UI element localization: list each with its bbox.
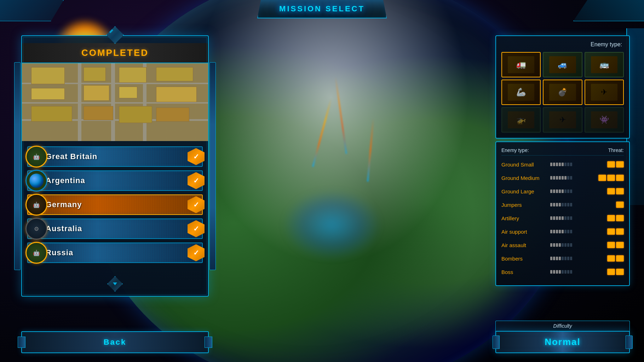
threat-box: [616, 175, 624, 181]
mission-avatar-russia: 🤖: [25, 242, 47, 264]
enemy-row-bombers: Bombers: [501, 253, 624, 264]
panel-side-right: [209, 62, 216, 270]
threat-bar-boss: [550, 270, 604, 274]
mission-item-germany[interactable]: 🤖 Germany ✓: [27, 194, 203, 215]
enemy-card-inner-2: 🚙: [549, 56, 576, 73]
back-button[interactable]: Back: [21, 331, 209, 353]
small-dots-artillery: [550, 216, 572, 220]
threat-boxes-ground-small: [607, 161, 624, 168]
mission-preview-image: [22, 63, 208, 141]
avatar-globe-icon: [29, 174, 44, 188]
mission-panel-frame: COMPLETED: [21, 35, 209, 297]
left-panel: COMPLETED: [21, 35, 209, 297]
threat-bar-air-support: [550, 230, 604, 233]
threat-box: [616, 242, 624, 248]
enemy-type-display: Enemy type: 🚛 🚙 🚌 🦾: [495, 35, 630, 139]
enemy-card-6[interactable]: ✈: [585, 80, 624, 105]
completed-text: COMPLETED: [26, 47, 204, 58]
threat-bar-air-assault: [550, 243, 604, 247]
threat-box: [607, 255, 615, 262]
back-button-container: Back: [21, 331, 209, 353]
difficulty-section: Difficulty Normal: [495, 321, 630, 353]
enemy-card-inner-1: 🚛: [508, 56, 534, 73]
mission-avatar-great-britain: 🤖: [25, 146, 47, 168]
enemy-card-8[interactable]: ✈: [543, 107, 582, 133]
enemy-row-boss: Boss: [501, 267, 624, 277]
scroll-down-button[interactable]: [22, 272, 208, 296]
enemy-type-col-label: Enemy type:: [501, 147, 529, 153]
enemy-name-air-support: Air support: [501, 229, 547, 235]
threat-box: [616, 202, 624, 208]
page-title: MISSION SELECT: [279, 4, 365, 13]
enemy-name-ground-medium: Ground Medium: [501, 175, 547, 181]
enemy-card-inner-3: 🚌: [591, 56, 617, 73]
threat-bar-bombers: [550, 257, 604, 260]
enemy-card-3[interactable]: 🚌: [585, 52, 624, 77]
preview-buildings: [22, 63, 208, 141]
enemy-name-air-assault: Air assault: [501, 242, 547, 248]
mission-item-australia[interactable]: ⚙ Australia ✓: [27, 218, 203, 239]
enemy-type-display-label: Enemy type:: [501, 41, 624, 48]
enemy-card-5[interactable]: 💣: [543, 80, 582, 105]
completed-banner: COMPLETED: [22, 43, 208, 63]
jumper-icon: 🦾: [516, 88, 526, 97]
enemy-card-inner-8: ✈: [549, 111, 576, 128]
threat-bar-jumpers: [550, 203, 613, 206]
small-dots-ground-large: [550, 189, 572, 193]
small-dots-air-assault: [550, 243, 572, 247]
threat-boxes-ground-medium: [598, 175, 624, 181]
tank-medium-icon: 🚙: [558, 60, 567, 69]
mission-bar-germany: Germany: [27, 194, 203, 215]
enemy-name-ground-small: Ground Small: [501, 162, 547, 168]
threat-box: [616, 215, 624, 221]
enemy-icon-grid: 🚛 🚙 🚌 🦾 💣: [501, 52, 624, 133]
boss-icon: 👾: [599, 115, 609, 124]
enemy-card-1[interactable]: 🚛: [501, 52, 541, 77]
avatar-icon-australia: ⚙: [34, 226, 39, 232]
mission-item-russia[interactable]: 🤖 Russia ✓: [27, 243, 203, 263]
threat-box: [607, 215, 615, 221]
enemy-name-artillery: Artillery: [501, 215, 547, 221]
mission-bar-argentina: Argentina: [27, 170, 203, 191]
threat-box: [607, 269, 615, 275]
tank-large-icon: 🚌: [599, 60, 609, 69]
mission-item-argentina[interactable]: Argentina ✓: [27, 170, 203, 191]
small-dots-bombers: [550, 257, 572, 260]
threat-boxes-artillery: [607, 215, 624, 221]
threat-box: [607, 188, 615, 194]
mission-select-bar: MISSION SELECT: [257, 0, 387, 18]
threat-box: [616, 188, 624, 194]
threat-boxes-air-support: [607, 228, 624, 235]
enemy-card-7[interactable]: 🚁: [501, 107, 541, 133]
enemy-row-ground-large: Ground Large: [501, 186, 624, 197]
threat-boxes-jumpers: [616, 202, 624, 208]
enemy-card-4[interactable]: 🦾: [501, 80, 541, 105]
enemy-row-air-support: Air support: [501, 226, 624, 237]
small-dots-boss: [550, 270, 572, 274]
threat-boxes-ground-large: [607, 188, 624, 194]
enemy-row-ground-medium: Ground Medium: [501, 173, 624, 183]
air-assault-icon: 🚁: [516, 115, 526, 124]
enemy-name-bombers: Bombers: [501, 256, 547, 262]
enemy-card-2[interactable]: 🚙: [543, 52, 582, 77]
mission-avatar-australia: ⚙: [25, 218, 47, 240]
enemy-row-air-assault: Air assault: [501, 240, 624, 250]
mission-item-great-britain[interactable]: 🤖 Great Britain ✓: [27, 146, 203, 167]
difficulty-button[interactable]: Normal: [495, 331, 630, 353]
threat-boxes-air-assault: [607, 242, 624, 248]
small-dots-ground-small: [550, 163, 572, 166]
bar-stripes: [28, 147, 202, 166]
threat-bar-artillery: [550, 216, 604, 220]
small-dots-air-support: [550, 230, 572, 233]
enemy-name-boss: Boss: [501, 269, 547, 275]
header: MISSION SELECT: [257, 0, 387, 18]
difficulty-label: Difficulty: [495, 321, 630, 331]
enemy-name-ground-large: Ground Large: [501, 188, 547, 194]
enemy-card-9[interactable]: 👾: [585, 107, 624, 133]
enemy-card-inner-6: ✈: [591, 84, 617, 101]
mission-list: 🤖 Great Britain ✓ Argentina: [22, 141, 208, 272]
threat-box: [598, 175, 606, 181]
threat-box: [616, 255, 624, 262]
enemy-card-inner-7: 🚁: [508, 111, 534, 128]
enemy-card-inner-9: 👾: [591, 111, 617, 128]
